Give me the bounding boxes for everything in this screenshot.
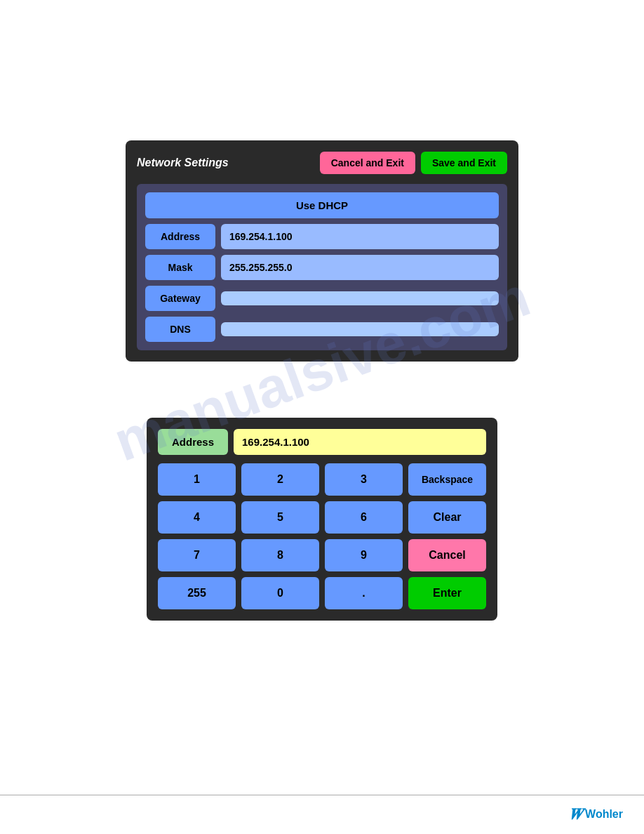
cancel-exit-button[interactable]: Cancel and Exit (320, 152, 415, 174)
keypad-address-label: Address (158, 429, 228, 455)
gateway-row: Gateway (145, 286, 499, 311)
logo-brand-text: Wohler (585, 808, 623, 821)
gateway-value (221, 291, 499, 305)
keypad-grid: 1 2 3 Backspace 4 5 6 Clear 7 8 9 Cancel… (158, 463, 486, 609)
key-255[interactable]: 255 (158, 577, 236, 609)
keypad-panel: Address 169.254.1.100 1 2 3 Backspace 4 … (147, 418, 497, 621)
dhcp-row: Use DHCP (145, 192, 499, 218)
network-body: Use DHCP Address 169.254.1.100 Mask 255.… (137, 184, 507, 350)
key-backspace[interactable]: Backspace (408, 463, 486, 496)
header-buttons: Cancel and Exit Save and Exit (320, 152, 507, 174)
address-row: Address 169.254.1.100 (145, 224, 499, 249)
logo-w-icon: 𝑾 (568, 805, 582, 823)
dns-label-button[interactable]: DNS (145, 317, 215, 342)
mask-value: 255.255.255.0 (221, 255, 499, 280)
address-value: 169.254.1.100 (221, 224, 499, 249)
network-header: Network Settings Cancel and Exit Save an… (137, 152, 507, 174)
mask-label-button[interactable]: Mask (145, 255, 215, 280)
key-7[interactable]: 7 (158, 539, 236, 571)
save-exit-button[interactable]: Save and Exit (421, 152, 507, 174)
key-enter[interactable]: Enter (408, 577, 486, 609)
key-5[interactable]: 5 (241, 501, 319, 534)
key-dot[interactable]: . (325, 577, 403, 609)
keypad-address-row: Address 169.254.1.100 (158, 429, 486, 455)
mask-row: Mask 255.255.255.0 (145, 255, 499, 280)
key-2[interactable]: 2 (241, 463, 319, 496)
gateway-label-button[interactable]: Gateway (145, 286, 215, 311)
footer-logo: 𝑾 Wohler (568, 805, 623, 823)
dns-row: DNS (145, 317, 499, 342)
key-8[interactable]: 8 (241, 539, 319, 571)
key-0[interactable]: 0 (241, 577, 319, 609)
key-6[interactable]: 6 (325, 501, 403, 534)
footer-divider (0, 795, 644, 795)
key-1[interactable]: 1 (158, 463, 236, 496)
address-label-button[interactable]: Address (145, 224, 215, 249)
dns-value (221, 322, 499, 336)
key-9[interactable]: 9 (325, 539, 403, 571)
use-dhcp-button[interactable]: Use DHCP (145, 192, 499, 218)
key-4[interactable]: 4 (158, 501, 236, 534)
key-3[interactable]: 3 (325, 463, 403, 496)
keypad-address-value: 169.254.1.100 (234, 429, 486, 455)
key-clear[interactable]: Clear (408, 501, 486, 534)
key-cancel[interactable]: Cancel (408, 539, 486, 571)
network-title: Network Settings (137, 157, 229, 169)
network-settings-panel: Network Settings Cancel and Exit Save an… (126, 140, 518, 362)
